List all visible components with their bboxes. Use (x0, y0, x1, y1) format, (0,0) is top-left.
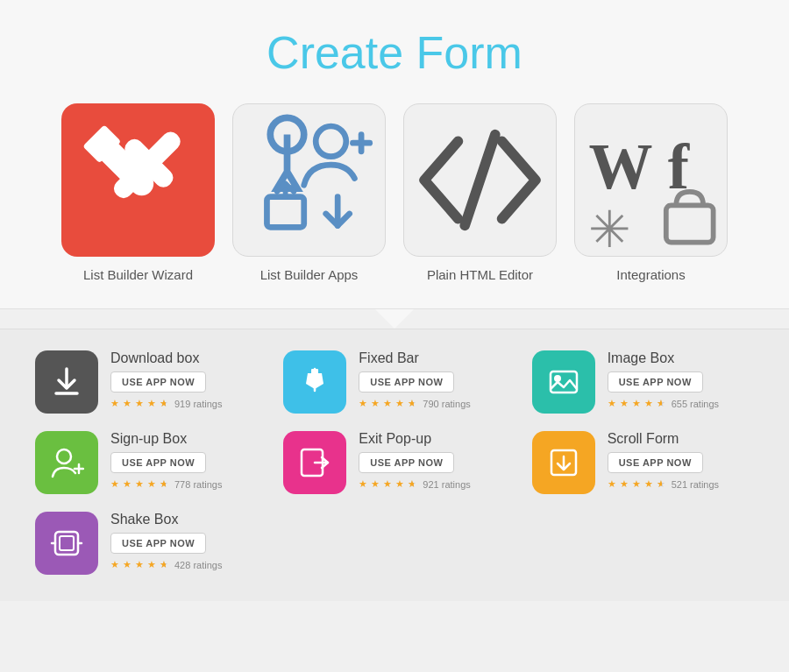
app-item-fixed-bar: Fixed Bar USE APP NOW ★ ★ ★ ★ ★★ 790 rat… (283, 350, 505, 414)
app-icon-download-box (35, 350, 98, 414)
stars: ★ ★ ★ ★ ★★ (110, 478, 171, 490)
star-5: ★★ (160, 398, 171, 409)
wizard-icon-box-integrations: W f ✳ (574, 103, 728, 257)
page-header: Create Form List Builder Wiza (0, 0, 789, 309)
use-app-button-shake-box[interactable]: USE APP NOW (110, 533, 206, 554)
section-arrow (0, 309, 789, 329)
rating-count: 921 ratings (423, 479, 470, 490)
svg-rect-8 (267, 197, 303, 228)
download-icon (49, 364, 84, 400)
app-ratings-shake-box: ★ ★ ★ ★ ★★ 428 ratings (110, 559, 257, 570)
app-ratings-signup-box: ★ ★ ★ ★ ★★ 778 ratings (110, 478, 257, 490)
wizard-icon-box-html (403, 103, 557, 257)
shake-icon (49, 526, 84, 561)
rating-count: 655 ratings (672, 399, 719, 409)
app-info-fixed-bar: Fixed Bar USE APP NOW ★ ★ ★ ★ ★★ 790 rat… (359, 350, 505, 409)
wizard-icon-box-apps (232, 103, 386, 257)
wizard-card-list-builder-wizard[interactable]: List Builder Wizard (61, 103, 215, 282)
svg-rect-18 (311, 369, 318, 374)
stars: ★ ★ ★ ★ ★★ (110, 559, 171, 570)
rating-count: 778 ratings (174, 479, 222, 490)
app-item-signup-box: Sign-up Box USE APP NOW ★ ★ ★ ★ ★★ 778 r… (35, 431, 257, 494)
app-name: Exit Pop-up (359, 431, 505, 447)
exit-icon (297, 445, 332, 480)
star-2: ★ (123, 398, 134, 409)
star-4: ★ (147, 398, 159, 409)
stars: ★ ★ ★ ★ ★★ (608, 478, 668, 490)
rating-count: 521 ratings (672, 479, 719, 490)
app-name: Sign-up Box (110, 431, 257, 447)
app-icon-image-box (532, 350, 595, 414)
app-item-shake-box: Shake Box USE APP NOW ★ ★ ★ ★ ★★ 428 rat… (35, 512, 257, 575)
app-info-download-box: Download box USE APP NOW ★ ★ ★ ★ ★★ 919 … (110, 350, 257, 409)
app-icon-signup-box (35, 431, 98, 494)
page-title: Create Form (0, 26, 789, 79)
wizard-card-label: Plain HTML Editor (427, 267, 533, 282)
wizard-card-label: List Builder Apps (260, 267, 359, 282)
app-info-shake-box: Shake Box USE APP NOW ★ ★ ★ ★ ★★ 428 rat… (110, 512, 257, 570)
use-app-button-fixed-bar[interactable]: USE APP NOW (359, 371, 454, 393)
app-info-scroll-form: Scroll Form USE APP NOW ★ ★ ★ ★ ★★ 521 r… (608, 431, 754, 490)
svg-point-21 (57, 449, 71, 463)
app-name: Fixed Bar (359, 350, 505, 366)
person-add-icon (49, 445, 84, 480)
stars: ★ ★ ★ ★ ★★ (359, 398, 419, 409)
svg-text:✳: ✳ (588, 202, 631, 256)
app-info-exit-popup: Exit Pop-up USE APP NOW ★ ★ ★ ★ ★★ 921 r… (359, 431, 505, 490)
apps-section: Download box USE APP NOW ★ ★ ★ ★ ★★ 919 … (0, 329, 789, 601)
scroll-icon (546, 445, 581, 480)
use-app-button-download-box[interactable]: USE APP NOW (110, 371, 206, 393)
app-info-image-box: Image Box USE APP NOW ★ ★ ★ ★ ★★ 655 rat… (608, 350, 754, 409)
apps-icon (233, 104, 385, 256)
app-ratings-scroll-form: ★ ★ ★ ★ ★★ 521 ratings (608, 478, 754, 490)
stars: ★ ★ ★ ★ ★★ (359, 478, 419, 490)
wizard-card-integrations[interactable]: W f ✳ Integrations (574, 103, 728, 282)
app-icon-exit-popup (283, 431, 346, 494)
app-ratings-image-box: ★ ★ ★ ★ ★★ 655 ratings (608, 398, 754, 409)
app-ratings-exit-popup: ★ ★ ★ ★ ★★ 921 ratings (359, 478, 505, 490)
stars: ★ ★ ★ ★ ★★ (608, 398, 668, 409)
wizard-card-plain-html-editor[interactable]: Plain HTML Editor (403, 103, 557, 282)
app-ratings-download-box: ★ ★ ★ ★ ★★ 919 ratings (110, 398, 257, 409)
app-name: Shake Box (110, 512, 257, 527)
use-app-button-scroll-form[interactable]: USE APP NOW (608, 452, 703, 473)
app-item-download-box: Download box USE APP NOW ★ ★ ★ ★ ★★ 919 … (35, 350, 257, 414)
app-name: Image Box (608, 350, 754, 366)
svg-rect-28 (55, 532, 78, 555)
apps-grid: Download box USE APP NOW ★ ★ ★ ★ ★★ 919 … (35, 350, 754, 575)
app-icon-shake-box (35, 512, 98, 575)
svg-rect-19 (551, 371, 577, 393)
wizard-card-label: List Builder Wizard (83, 267, 193, 282)
wizard-icon-box-red (61, 103, 215, 257)
app-icon-fixed-bar (283, 350, 346, 414)
star-1: ★ (110, 398, 122, 409)
use-app-button-signup-box[interactable]: USE APP NOW (110, 452, 206, 473)
svg-text:W: W (588, 131, 652, 202)
svg-rect-15 (666, 205, 714, 242)
app-name: Download box (110, 350, 257, 366)
wizard-options: List Builder Wizard (0, 103, 789, 300)
app-name: Scroll Form (608, 431, 754, 447)
wizard-card-label: Integrations (616, 267, 685, 282)
rating-count: 790 ratings (423, 399, 470, 409)
stars: ★ ★ ★ ★ ★★ (110, 398, 171, 409)
wizard-card-list-builder-apps[interactable]: List Builder Apps (232, 103, 386, 282)
html-icon (404, 104, 556, 256)
app-info-signup-box: Sign-up Box USE APP NOW ★ ★ ★ ★ ★★ 778 r… (110, 431, 257, 490)
integrations-icon: W f ✳ (575, 104, 727, 256)
pin-icon (297, 364, 332, 400)
image-icon (546, 364, 581, 400)
app-item-image-box: Image Box USE APP NOW ★ ★ ★ ★ ★★ 655 rat… (532, 350, 754, 414)
star-3: ★ (135, 398, 146, 409)
app-item-exit-popup: Exit Pop-up USE APP NOW ★ ★ ★ ★ ★★ 921 r… (283, 431, 505, 494)
use-app-button-image-box[interactable]: USE APP NOW (608, 371, 703, 393)
app-icon-scroll-form (532, 431, 595, 494)
svg-point-5 (316, 126, 346, 157)
app-item-scroll-form: Scroll Form USE APP NOW ★ ★ ★ ★ ★★ 521 r… (532, 431, 754, 494)
use-app-button-exit-popup[interactable]: USE APP NOW (359, 452, 454, 473)
rating-count: 919 ratings (174, 399, 222, 409)
tools-icon (61, 103, 215, 257)
svg-line-11 (465, 135, 495, 226)
rating-count: 428 ratings (174, 560, 222, 570)
app-ratings-fixed-bar: ★ ★ ★ ★ ★★ 790 ratings (359, 398, 505, 409)
